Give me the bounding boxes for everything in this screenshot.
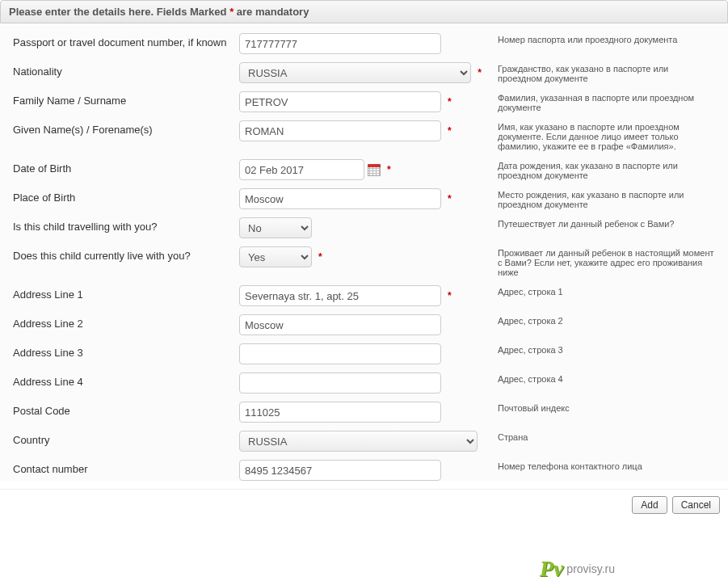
live-select[interactable]: Yes	[239, 246, 312, 267]
help-postal: Почтовый индекс	[482, 402, 715, 413]
label-nationality: Nationality	[13, 62, 239, 78]
row-addr1: Address Line 1 * Адрес, строка 1	[13, 285, 715, 306]
row-dob: Date of Birth * Дата рождения, как указа…	[13, 159, 715, 180]
required-marker: *	[448, 193, 452, 204]
help-travel: Путешествует ли данный ребенок с Вами?	[482, 217, 715, 229]
watermark-text: provisy.ru	[566, 562, 615, 575]
label-live: Does this child currently live with you?	[13, 246, 239, 262]
help-country: Страна	[482, 431, 715, 442]
help-nationality: Гражданство, как указано в паспорте или …	[482, 62, 715, 83]
label-pob: Place of Birth	[13, 188, 239, 204]
required-marker: *	[318, 251, 322, 263]
required-marker: *	[448, 290, 452, 301]
pob-input[interactable]	[239, 188, 441, 209]
label-given: Given Name(s) / Forename(s)	[13, 120, 239, 136]
help-contact: Номер телефона контактного лица	[482, 460, 715, 471]
label-surname: Family Name / Surname	[13, 91, 239, 107]
given-input[interactable]	[239, 120, 441, 141]
row-addr2: Address Line 2 Адрес, строка 2	[13, 314, 715, 335]
header-suffix: are mandatory	[234, 6, 309, 18]
help-addr4: Адрес, строка 4	[482, 372, 715, 384]
dob-input[interactable]	[239, 159, 364, 180]
label-addr1: Address Line 1	[13, 285, 239, 301]
row-given: Given Name(s) / Forename(s) * Имя, как у…	[13, 120, 715, 151]
label-country: Country	[13, 431, 239, 446]
row-surname: Family Name / Surname * Фамилия, указанн…	[13, 91, 715, 112]
help-surname: Фамилия, указанная в паспорте или проезд…	[482, 91, 715, 112]
label-contact: Contact number	[13, 460, 239, 475]
row-country: Country RUSSIA Страна	[13, 431, 715, 452]
required-marker: *	[387, 164, 391, 175]
help-given: Имя, как указано в паспорте или проездно…	[482, 120, 715, 151]
contact-input[interactable]	[239, 460, 441, 481]
label-travel: Is this child travelling with you?	[13, 217, 239, 233]
row-addr3: Address Line 3 Адрес, строка 3	[13, 343, 715, 364]
row-passport: Passport or travel document number, if k…	[13, 33, 715, 54]
required-marker: *	[448, 125, 452, 137]
label-passport: Passport or travel document number, if k…	[13, 33, 239, 48]
label-dob: Date of Birth	[13, 159, 239, 175]
help-pob: Место рождения, как указано в паспорте и…	[482, 188, 715, 209]
label-addr3: Address Line 3	[13, 343, 239, 359]
help-addr1: Адрес, строка 1	[482, 285, 715, 297]
row-live: Does this child currently live with you?…	[13, 246, 715, 277]
label-addr4: Address Line 4	[13, 372, 239, 388]
watermark: Pv provisy.ru	[540, 558, 615, 580]
cancel-button[interactable]: Cancel	[672, 496, 720, 514]
row-addr4: Address Line 4 Адрес, строка 4	[13, 372, 715, 394]
required-marker: *	[448, 96, 452, 107]
header-prefix: Please enter the details here. Fields Ma…	[9, 6, 229, 18]
row-contact: Contact number Номер телефона контактног…	[13, 460, 715, 481]
label-addr2: Address Line 2	[13, 314, 239, 330]
travel-select[interactable]: No	[239, 217, 312, 238]
passport-input[interactable]	[239, 33, 441, 54]
row-travel: Is this child travelling with you? No Пу…	[13, 217, 715, 238]
help-dob: Дата рождения, как указано в паспорте ил…	[482, 159, 715, 180]
watermark-logo-icon: Pv	[540, 558, 564, 580]
addr2-input[interactable]	[239, 314, 441, 335]
row-nationality: Nationality RUSSIA * Гражданство, как ук…	[13, 62, 715, 83]
addr3-input[interactable]	[239, 343, 441, 364]
row-pob: Place of Birth * Место рождения, как ука…	[13, 188, 715, 209]
footer: Add Cancel	[0, 489, 728, 520]
surname-input[interactable]	[239, 91, 441, 112]
help-live: Проживает ли данный ребенок в настоящий …	[482, 246, 715, 277]
help-addr3: Адрес, строка 3	[482, 343, 715, 355]
add-button[interactable]: Add	[632, 496, 667, 514]
addr1-input[interactable]	[239, 285, 441, 306]
row-postal: Postal Code Почтовый индекс	[13, 402, 715, 423]
help-passport: Номер паспорта или проездного документа	[482, 33, 715, 44]
calendar-icon[interactable]	[368, 164, 381, 176]
form-header: Please enter the details here. Fields Ma…	[0, 0, 728, 23]
addr4-input[interactable]	[239, 372, 441, 394]
nationality-select[interactable]: RUSSIA	[239, 62, 471, 83]
help-addr2: Адрес, строка 2	[482, 314, 715, 326]
postal-input[interactable]	[239, 402, 441, 423]
label-postal: Postal Code	[13, 402, 239, 417]
country-select[interactable]: RUSSIA	[239, 431, 478, 452]
form-body: Passport or travel document number, if k…	[0, 23, 728, 481]
